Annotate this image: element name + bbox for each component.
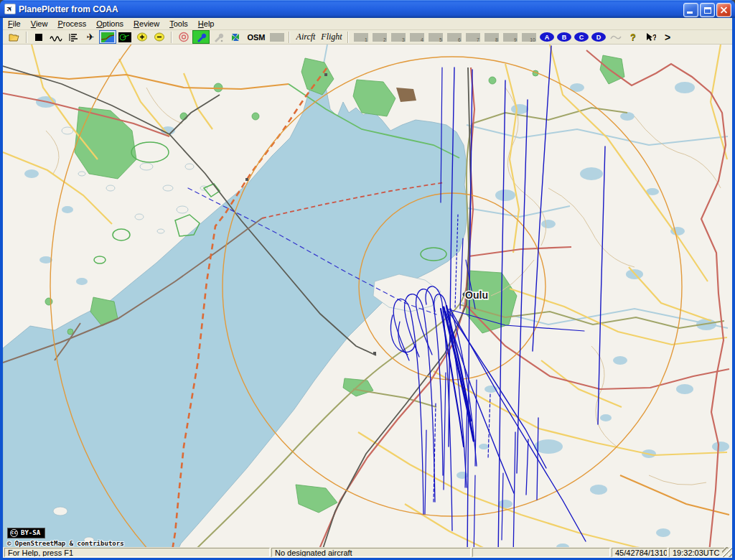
- blank-rect-icon: [270, 33, 284, 42]
- group-oval-icon: C: [574, 32, 589, 42]
- aircft-label: Aircft: [294, 32, 318, 42]
- chart-button-10[interactable]: 10: [520, 30, 538, 44]
- toolbar-separator: [347, 32, 349, 43]
- license-label: BY-SA: [21, 529, 40, 536]
- forward-button[interactable]: >: [659, 30, 676, 44]
- chart-button-1[interactable]: 1: [352, 30, 370, 44]
- menu-item-process[interactable]: Process: [52, 19, 91, 29]
- resize-grip[interactable]: [722, 547, 732, 557]
- aircft-tab-button[interactable]: Aircft: [293, 30, 319, 44]
- group-oval-icon: A: [540, 32, 554, 42]
- chart-button-8[interactable]: 8: [482, 30, 501, 44]
- group-button-c[interactable]: C: [573, 30, 590, 44]
- stop-button[interactable]: [30, 30, 47, 44]
- app-icon: ✈: [4, 4, 16, 14]
- title-bar: ✈ PlanePlotter from COAA: [0, 0, 735, 18]
- wrench-disabled-icon: [213, 32, 224, 42]
- chart-view-button[interactable]: [99, 30, 116, 44]
- chart-number-label: 8: [495, 37, 498, 42]
- radar-view-button[interactable]: [116, 30, 134, 44]
- map-canvas[interactable]: Oulu: [3, 45, 732, 547]
- menu-item-file[interactable]: File: [3, 19, 26, 29]
- chart-button-4[interactable]: 4: [408, 30, 426, 44]
- menu-item-review[interactable]: Review: [128, 19, 164, 29]
- toolbar-separator: [26, 32, 27, 43]
- chart-button-6[interactable]: 6: [445, 30, 464, 44]
- setup-options-button[interactable]: [192, 30, 210, 44]
- status-help-panel: For Help, press F1: [4, 548, 270, 557]
- menu-bar: FileViewProcessOptionsReviewToolsHelp: [3, 18, 732, 30]
- group-oval-icon: D: [591, 32, 606, 42]
- chart-number-label: 10: [530, 37, 535, 42]
- chart-number-label: 7: [477, 37, 479, 42]
- pinwheel-icon: [230, 32, 240, 42]
- menu-item-tools[interactable]: Tools: [164, 19, 193, 29]
- zoom-out-button[interactable]: [151, 30, 168, 44]
- close-icon: [717, 4, 731, 17]
- context-help-button[interactable]: ?: [642, 30, 659, 44]
- help-button[interactable]: ?: [624, 30, 642, 44]
- radar-icon: [118, 32, 131, 42]
- stop-square-icon: [34, 33, 43, 42]
- flight-label: Flight: [319, 32, 344, 42]
- alert-group-buttons: ABCD: [538, 30, 607, 44]
- menu-item-help[interactable]: Help: [193, 19, 220, 29]
- cc-license-badge: cc BY-SA: [7, 528, 45, 538]
- map-viewport[interactable]: Oulu cc BY-SA © OpenStreetMap & contribu…: [3, 45, 732, 547]
- map-chart-icon: [101, 32, 114, 42]
- open-folder-icon: [9, 32, 21, 42]
- toolbar: ✈ OSM: [3, 30, 732, 45]
- wrench-icon: [196, 32, 207, 42]
- status-designated-panel: No designated aircraft: [271, 548, 471, 557]
- close-button[interactable]: [716, 3, 731, 17]
- context-help-icon: ?: [645, 32, 656, 42]
- open-file-button[interactable]: [6, 30, 23, 44]
- chart-button-9[interactable]: 9: [501, 30, 520, 44]
- status-bar: For Help, press F1 No designated aircraf…: [3, 547, 732, 558]
- minimize-icon: [687, 11, 693, 14]
- chart-number-label: 9: [514, 37, 517, 42]
- right-arrow-icon: >: [665, 32, 670, 43]
- flight-tab-button[interactable]: Flight: [319, 30, 345, 44]
- signal-levels-button[interactable]: [65, 30, 82, 44]
- toolbar-separator: [289, 32, 290, 43]
- auto-setup-button: [210, 30, 227, 44]
- osm-button[interactable]: OSM: [244, 30, 268, 44]
- menu-item-options[interactable]: Options: [91, 19, 128, 29]
- help-icon: ?: [630, 32, 636, 42]
- designate-target-button[interactable]: [175, 30, 192, 44]
- signal-waveform-button[interactable]: [47, 30, 65, 44]
- zoom-out-icon: [154, 32, 165, 42]
- map-attribution: cc BY-SA © OpenStreetMap & contributors: [7, 524, 124, 547]
- chart-button-2[interactable]: 2: [370, 30, 389, 44]
- chart-button-5[interactable]: 5: [426, 30, 445, 44]
- group-button-b[interactable]: B: [556, 30, 573, 44]
- aircraft-view-button[interactable]: ✈: [82, 30, 99, 44]
- levels-icon: [68, 32, 78, 42]
- chart-number-label: 1: [365, 37, 368, 42]
- toolbar-separator: [171, 32, 172, 43]
- zoom-in-button[interactable]: [134, 30, 151, 44]
- chart-button-7[interactable]: 7: [464, 30, 482, 44]
- cc-icon: cc: [10, 529, 18, 537]
- status-clock-panel: 19:32:03UTC: [669, 548, 729, 557]
- status-empty-panel: [472, 548, 610, 557]
- osm-credit: © OpenStreetMap & contributors: [7, 540, 124, 547]
- zoom-in-icon: [136, 32, 148, 42]
- maximize-button[interactable]: [700, 3, 715, 17]
- chart-number-label: 6: [458, 37, 461, 42]
- share-network-button[interactable]: [227, 30, 244, 44]
- group-button-d[interactable]: D: [590, 30, 607, 44]
- chart-number-label: 3: [402, 37, 405, 42]
- minimize-button[interactable]: [683, 3, 698, 17]
- draw-line-button: [607, 30, 624, 44]
- chart-button-3[interactable]: 3: [389, 30, 408, 44]
- window-title: PlanePlotter from COAA: [19, 4, 118, 14]
- menu-item-view[interactable]: View: [26, 19, 53, 29]
- group-button-a[interactable]: A: [538, 30, 556, 44]
- aircraft-icon: ✈: [87, 32, 95, 42]
- chart-number-label: 5: [439, 37, 442, 42]
- group-oval-icon: B: [557, 32, 571, 42]
- svg-text:?: ?: [652, 34, 656, 42]
- blank-display-button[interactable]: [268, 30, 286, 44]
